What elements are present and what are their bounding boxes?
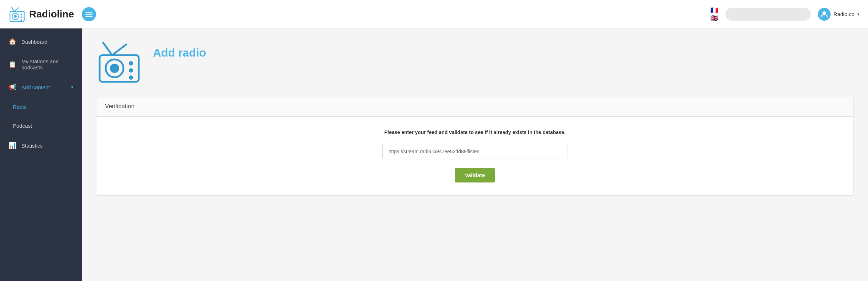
- validate-button[interactable]: Validate: [455, 168, 495, 182]
- page-header-row: Add radio: [96, 39, 854, 85]
- svg-line-1: [11, 7, 14, 11]
- svg-line-14: [112, 44, 126, 55]
- svg-rect-8: [85, 12, 92, 13]
- flag-fr[interactable]: 🇫🇷: [710, 7, 718, 14]
- svg-line-2: [14, 8, 18, 11]
- svg-point-5: [21, 14, 22, 15]
- user-menu[interactable]: Radio.co ▾: [818, 8, 859, 21]
- svg-line-13: [103, 43, 112, 55]
- menu-button[interactable]: [82, 7, 96, 21]
- search-input[interactable]: [725, 8, 811, 21]
- statistics-icon: 📊: [9, 142, 16, 149]
- svg-point-7: [21, 19, 22, 21]
- main-content: Add radio Verification Please enter your…: [82, 28, 868, 281]
- radio-illustration-icon: [96, 39, 142, 85]
- svg-point-19: [129, 75, 133, 80]
- sidebar-item-podcast[interactable]: Podcast: [0, 116, 82, 135]
- radioline-logo-icon: [9, 6, 26, 23]
- sidebar-item-statistics[interactable]: 📊 Statistics: [0, 135, 82, 156]
- sidebar-label-statistics: Statistics: [21, 143, 43, 149]
- sidebar-label-add-content: Add content: [21, 84, 50, 90]
- add-content-icon: 📢: [9, 83, 16, 91]
- user-chevron-icon: ▾: [857, 12, 859, 17]
- sidebar-item-add-content[interactable]: 📢 Add content ▾: [0, 77, 82, 97]
- svg-point-6: [21, 16, 22, 18]
- svg-point-17: [129, 61, 133, 65]
- sidebar-label-radio: Radio: [13, 104, 27, 110]
- page-title: Add radio: [153, 46, 206, 59]
- sidebar-item-dashboard[interactable]: 🏠 Dashboard: [0, 31, 82, 52]
- svg-point-4: [14, 15, 17, 18]
- header: Radioline 🇫🇷 🇬🇧 Radio.co ▾: [0, 0, 868, 28]
- add-content-chevron-icon: ▾: [71, 85, 73, 90]
- header-right: 🇫🇷 🇬🇧 Radio.co ▾: [710, 7, 859, 21]
- card-instruction: Please enter your feed and validate to s…: [384, 129, 566, 135]
- body: 🏠 Dashboard 📋 My stations and podcasts 📢…: [0, 28, 868, 281]
- language-flags[interactable]: 🇫🇷 🇬🇧: [710, 7, 718, 21]
- sidebar-label-my-stations: My stations and podcasts: [21, 58, 73, 70]
- sidebar: 🏠 Dashboard 📋 My stations and podcasts 📢…: [0, 28, 82, 281]
- sidebar-item-radio[interactable]: Radio: [0, 97, 82, 116]
- sidebar-label-podcast: Podcast: [13, 123, 32, 129]
- card-body: Please enter your feed and validate to s…: [96, 117, 853, 195]
- user-avatar: [818, 8, 831, 21]
- svg-rect-9: [85, 14, 92, 15]
- section-header: Verification: [96, 96, 853, 117]
- sidebar-item-my-stations[interactable]: 📋 My stations and podcasts: [0, 52, 82, 77]
- stations-icon: 📋: [9, 60, 16, 68]
- flag-gb[interactable]: 🇬🇧: [710, 15, 718, 21]
- logo-area: Radioline: [9, 6, 96, 23]
- user-name: Radio.co: [833, 11, 854, 17]
- sidebar-label-dashboard: Dashboard: [21, 39, 47, 45]
- svg-rect-10: [85, 16, 92, 17]
- logo-text: Radioline: [29, 9, 74, 20]
- home-icon: 🏠: [9, 38, 16, 46]
- verification-card: Verification Please enter your feed and …: [96, 96, 854, 196]
- svg-point-16: [110, 64, 119, 73]
- feed-input[interactable]: [382, 144, 567, 159]
- svg-point-18: [129, 68, 133, 73]
